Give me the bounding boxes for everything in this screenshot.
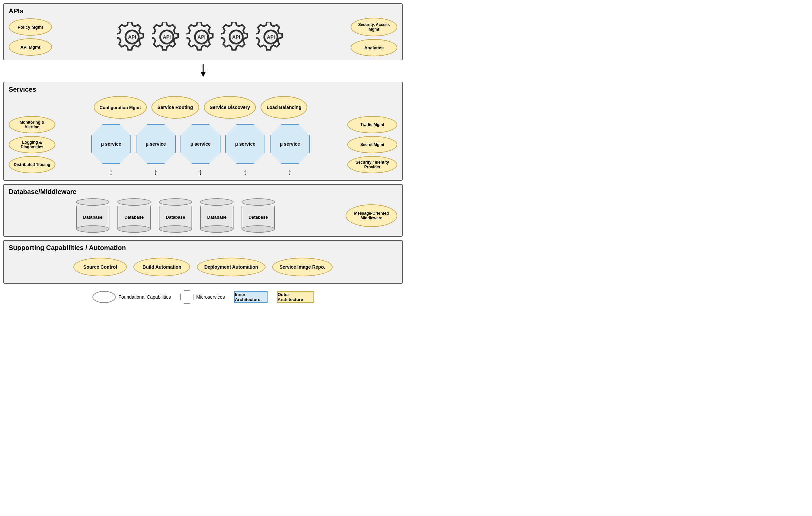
arrow-5: ↕ [270,167,310,177]
source-control-oval: Source Control [74,258,127,276]
micro-service-1: μ service [91,124,131,164]
services-right: Traffic Mgmt Secret Mgmt Security / Iden… [346,96,397,173]
services-left: Monitoring & Alerting Logging & Diagnost… [9,96,55,173]
legend-foundational-label: Foundational Capabilities [118,294,171,300]
database-2: Database [116,198,152,233]
micro-services-row: μ service μ service μ service μ service … [59,124,342,164]
gear-5: API [256,22,286,52]
micro-service-3: μ service [180,124,221,164]
api-mgmt-oval: API Mgmt [9,38,52,56]
services-section: Services Monitoring & Alerting Logging &… [3,82,403,181]
arrow-4: ↕ [225,167,265,177]
db-layout: Database Database Database Database [9,198,397,233]
main-diagram: APIs Policy Mgmt API Mgmt API [3,3,403,307]
apis-title: APIs [9,7,397,15]
cyl-top-3 [159,198,192,206]
gear-2: API [152,22,182,52]
svg-text:API: API [232,34,240,40]
services-center: Configuration Mgmt Service Routing Servi… [59,96,342,177]
supporting-section: Supporting Capabilities / Automation Sou… [3,240,403,284]
legend-octagon-shape [180,290,194,304]
svg-text:API: API [128,34,136,40]
arrow-1: ↕ [91,167,131,177]
supporting-title: Supporting Capabilities / Automation [9,244,397,252]
service-routing-oval: Service Routing [151,96,199,119]
services-layout: Monitoring & Alerting Logging & Diagnost… [9,96,397,177]
legend-microservices-label: Microservices [196,294,225,300]
database-1: Database [75,198,111,233]
cyl-top-2 [117,198,151,206]
gear-4: API [221,22,251,52]
apis-layout: Policy Mgmt API Mgmt API API [9,18,397,56]
cyl-bottom-5 [241,225,275,233]
legend-inner-box: Inner Architecture [234,291,267,303]
cyl-bottom-2 [117,225,151,233]
cyl-bottom-4 [200,225,234,233]
api-to-services-arrow [3,64,403,78]
svg-text:API: API [163,34,171,40]
service-image-repo-oval: Service Image Repo. [272,258,332,276]
arrow-2: ↕ [136,167,176,177]
logging-diagnostics-oval: Logging & Diagnostics [9,136,55,153]
svg-text:API: API [267,34,275,40]
cyl-top-4 [200,198,234,206]
cyl-top-5 [241,198,275,206]
gear-3: API [186,22,216,52]
svg-text:API: API [198,34,205,40]
monitoring-alerting-oval: Monitoring & Alerting [9,116,55,133]
analytics-oval: Analytics [351,39,397,56]
gear-1: API [117,22,147,52]
apis-center: API API API [55,22,348,52]
micro-service-2: μ service [136,124,176,164]
db-center: Database Database Database Database [9,198,342,233]
apis-right: Security, Access Mgmt Analytics [351,18,397,56]
legend-outer-box: Outer Architecture [277,291,314,303]
database-4: Database [199,198,235,233]
policy-mgmt-oval: Policy Mgmt [9,18,52,36]
services-title: Services [9,86,397,93]
support-layout: Source Control Build Automation Deployme… [9,254,397,280]
db-right: Message-Oriented Middleware [346,204,397,227]
security-identity-provider-oval: Security / Identity Provider [347,156,397,173]
database-section: Database/Middleware Database Database Da… [3,184,403,237]
gear-icon-1: API [117,22,147,52]
micro-service-5: μ service [270,124,310,164]
service-discovery-oval: Service Discovery [204,96,256,119]
security-access-mgmt-oval: Security, Access Mgmt [351,18,397,36]
database-3: Database [157,198,194,233]
cyl-top-1 [76,198,109,206]
micro-service-4: μ service [225,124,265,164]
distributed-tracing-oval: Distributed Tracing [9,156,55,173]
database-title: Database/Middleware [9,188,397,196]
database-5: Database [240,198,277,233]
services-top-row: Configuration Mgmt Service Routing Servi… [59,96,342,119]
apis-left: Policy Mgmt API Mgmt [9,18,52,56]
legend-oval-shape [92,291,116,303]
cyl-bottom-1 [76,225,109,233]
gear-icon-5: API [256,22,286,52]
gear-icon-3: API [186,22,216,52]
apis-section: APIs Policy Mgmt API Mgmt API [3,3,403,60]
legend-outer: Outer Architecture [277,291,314,303]
message-oriented-middleware-oval: Message-Oriented Middleware [346,204,397,227]
gear-icon-2: API [152,22,182,52]
traffic-mgmt-oval: Traffic Mgmt [347,116,397,133]
down-arrow-icon [197,64,210,78]
cyl-bottom-3 [159,225,192,233]
legend-microservices: Microservices [180,290,225,304]
deployment-automation-oval: Deployment Automation [197,258,265,276]
micro-arrows-row: ↕ ↕ ↕ ↕ ↕ [59,167,342,177]
secret-mgmt-oval: Secret Mgmt [347,136,397,153]
svg-marker-11 [201,72,206,77]
build-automation-oval: Build Automation [134,258,190,276]
load-balancing-oval: Load Balancing [261,96,307,119]
gear-icon-4: API [221,22,251,52]
configuration-mgmt-oval: Configuration Mgmt [94,96,147,119]
legend: Foundational Capabilities Microservices … [3,287,403,307]
legend-inner: Inner Architecture [234,291,267,303]
legend-foundational: Foundational Capabilities [92,291,171,303]
arrow-3: ↕ [180,167,221,177]
